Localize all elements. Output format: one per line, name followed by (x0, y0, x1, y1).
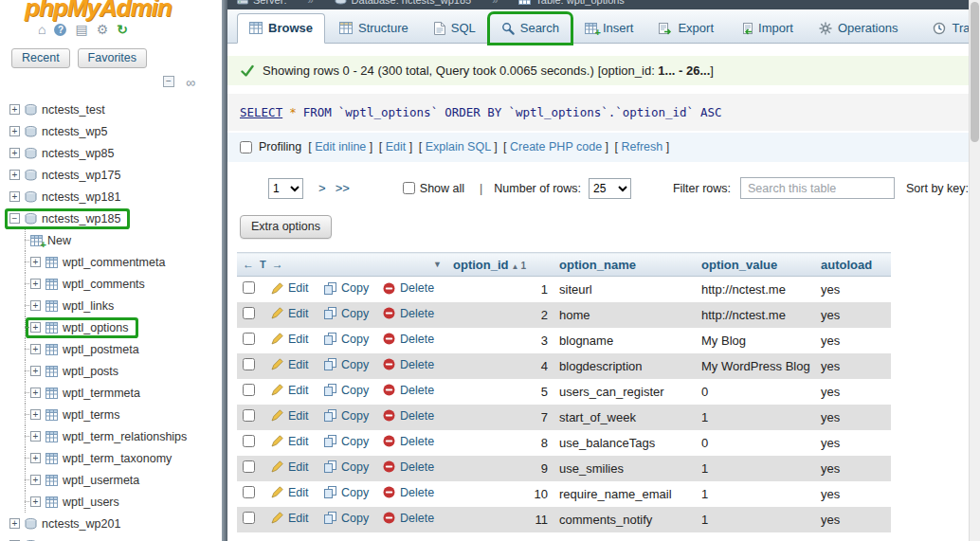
show-all-checkbox[interactable] (403, 182, 415, 194)
tree-expander-icon[interactable]: + (9, 126, 20, 136)
sidebar-item-nctests-wp201[interactable]: +nctests_wp201 (0, 513, 222, 534)
tree-expander-icon[interactable]: + (9, 191, 20, 202)
sidebar-item-clipped[interactable]: + (0, 534, 222, 541)
row-copy-button[interactable]: Copy (324, 358, 369, 371)
row-checkbox[interactable] (243, 435, 255, 447)
breadcrumb-item-server[interactable]: Server: (237, 0, 286, 7)
profiling-checkbox[interactable] (240, 141, 252, 153)
tree-expander-icon[interactable]: + (30, 322, 41, 333)
recent-button[interactable]: Recent (11, 48, 70, 68)
sidebar-item-wptl-termmeta[interactable]: +wptl_termmeta (0, 382, 222, 404)
profiling-link-edit-inline[interactable]: Edit inline (315, 140, 366, 153)
sidebar-item-wptl-postmeta[interactable]: +wptl_postmeta (0, 338, 222, 360)
tree-expander-icon[interactable]: + (30, 409, 41, 420)
page-select[interactable]: 1 (268, 178, 303, 199)
rows-per-page-select[interactable]: 25 (589, 178, 631, 199)
row-checkbox[interactable] (243, 486, 255, 498)
tab-sql[interactable]: SQL (423, 14, 487, 43)
row-delete-button[interactable]: Delete (383, 512, 434, 525)
tab-operations[interactable]: Operations (808, 14, 910, 43)
link-panel-icon[interactable]: ∞ (186, 76, 195, 90)
row-edit-button[interactable]: Edit (271, 460, 309, 474)
row-checkbox[interactable] (243, 333, 255, 345)
sidebar-item-wptl-term-relationships[interactable]: +wptl_term_relationships (0, 425, 222, 447)
sidebar-item-wptl-term-taxonomy[interactable]: +wptl_term_taxonomy (0, 447, 222, 469)
row-delete-button[interactable]: Delete (383, 409, 434, 423)
tree-expander-icon[interactable]: + (30, 431, 41, 442)
row-edit-button[interactable]: Edit (271, 333, 309, 346)
row-checkbox[interactable] (243, 512, 255, 524)
row-checkbox[interactable] (243, 358, 255, 370)
tree-expander-icon[interactable]: + (30, 366, 41, 376)
profiling-link-edit[interactable]: Edit (386, 140, 407, 153)
extra-options-button[interactable]: Extra options (240, 215, 332, 239)
row-delete-button[interactable]: Delete (383, 384, 434, 397)
profiling-link-refresh[interactable]: Refresh (621, 140, 662, 153)
row-copy-button[interactable]: Copy (324, 486, 369, 499)
row-edit-button[interactable]: Edit (271, 281, 309, 295)
row-checkbox[interactable] (243, 460, 255, 473)
sidebar-item-wptl-usermeta[interactable]: +wptl_usermeta (0, 469, 222, 491)
row-edit-button[interactable]: Edit (271, 435, 309, 448)
row-edit-button[interactable]: Edit (271, 409, 309, 423)
sidebar-item-wptl-links[interactable]: +wptl_links (0, 295, 222, 316)
row-edit-button[interactable]: Edit (271, 512, 309, 525)
breadcrumb-item-database-nctests-wp185[interactable]: Database: nctests_wp185 (335, 0, 472, 7)
row-checkbox[interactable] (243, 307, 255, 319)
row-copy-button[interactable]: Copy (324, 281, 369, 295)
docs-icon[interactable]: ▤ (75, 23, 87, 36)
tab-search[interactable]: Search (490, 14, 571, 43)
column-toggle-control[interactable]: T (260, 259, 266, 270)
row-delete-button[interactable]: Delete (383, 358, 434, 371)
next-page-button[interactable]: > (318, 181, 326, 195)
vertical-scrollbar[interactable] (969, 0, 980, 541)
sidebar-item-wptl-comments[interactable]: +wptl_comments (0, 273, 222, 295)
tree-expander-icon[interactable]: + (9, 170, 20, 180)
row-copy-button[interactable]: Copy (324, 307, 369, 320)
row-delete-button[interactable]: Delete (383, 460, 434, 474)
sidebar-item-nctests-wp185[interactable]: −nctests_wp185 (0, 207, 222, 229)
sidebar-item-wptl-terms[interactable]: +wptl_terms (0, 404, 222, 425)
row-delete-button[interactable]: Delete (383, 281, 434, 295)
row-copy-button[interactable]: Copy (324, 333, 369, 346)
sidebar-item-nctests-wp5[interactable]: +nctests_wp5 (0, 120, 222, 142)
column-header-autoload[interactable]: autoload (821, 258, 872, 272)
row-edit-button[interactable]: Edit (271, 307, 309, 320)
scrollbar-thumb[interactable] (971, 2, 979, 142)
tab-tracking[interactable]: Tracking (921, 14, 969, 43)
table-filter-input[interactable] (740, 177, 895, 199)
sidebar-item-nctests-wp85[interactable]: +nctests_wp85 (0, 142, 222, 164)
row-delete-button[interactable]: Delete (383, 435, 434, 448)
row-checkbox[interactable] (243, 409, 255, 422)
tree-expander-icon[interactable]: − (9, 213, 20, 224)
tree-expander-icon[interactable]: + (30, 388, 41, 398)
profiling-link-explain-sql[interactable]: Explain SQL (426, 140, 491, 153)
tree-expander-icon[interactable]: + (30, 344, 41, 354)
sidebar-item-wptl-posts[interactable]: +wptl_posts (0, 360, 222, 382)
row-delete-button[interactable]: Delete (383, 486, 434, 499)
row-copy-button[interactable]: Copy (324, 409, 369, 423)
tree-expander-icon[interactable]: + (9, 104, 20, 115)
tree-expander-icon[interactable]: + (30, 257, 41, 267)
row-copy-button[interactable]: Copy (324, 384, 369, 397)
home-icon[interactable]: ⌂ (38, 23, 45, 36)
tree-expander-icon[interactable]: + (30, 300, 41, 311)
row-copy-button[interactable]: Copy (324, 435, 369, 448)
row-checkbox[interactable] (243, 384, 255, 396)
tab-export[interactable]: Export (647, 14, 725, 43)
refresh-icon[interactable]: ↻ (117, 23, 128, 36)
sidebar-item-nctests-wp175[interactable]: +nctests_wp175 (0, 164, 222, 186)
row-edit-button[interactable]: Edit (271, 358, 309, 371)
sidebar-item-nctests-test[interactable]: +nctests_test (0, 99, 222, 120)
tab-insert[interactable]: +Insert (573, 14, 645, 43)
column-move-right-icon[interactable]: → (272, 258, 283, 271)
column-header-option-value[interactable]: option_value (701, 258, 777, 272)
tab-structure[interactable]: Structure (328, 14, 420, 43)
row-delete-button[interactable]: Delete (383, 307, 434, 320)
tree-expander-icon[interactable]: + (9, 148, 20, 158)
tree-expander-icon[interactable]: + (30, 453, 41, 463)
tab-import[interactable]: Import (728, 14, 805, 43)
row-checkbox[interactable] (243, 281, 255, 294)
last-page-button[interactable]: >> (336, 181, 350, 195)
tree-expander-icon[interactable]: + (9, 518, 20, 529)
